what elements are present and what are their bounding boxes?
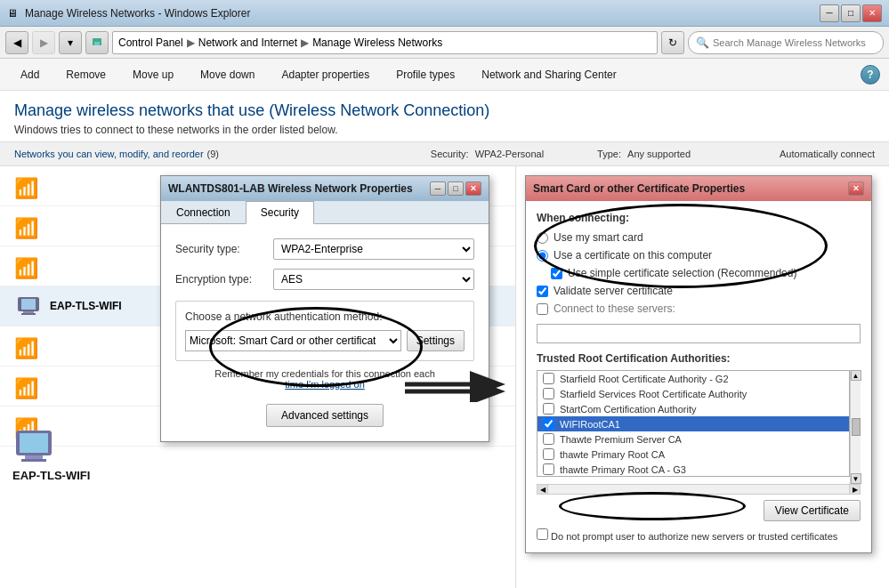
svg-rect-14: [25, 455, 43, 459]
wifi-icon: 📶: [14, 172, 43, 200]
encryption-type-label: Encryption type:: [175, 273, 273, 286]
horizontal-scrollbar: ◀ ▶: [537, 484, 861, 495]
cert-label-wifi: WIFIRootCA1: [560, 419, 620, 430]
wlan-maximize-button[interactable]: □: [448, 181, 464, 196]
cert-label: Thawte Premium Server CA: [560, 434, 682, 445]
encryption-type-row: Encryption type: AES: [175, 269, 474, 290]
cert-checkbox[interactable]: [543, 403, 554, 415]
wlan-minimize-button[interactable]: ─: [430, 181, 446, 196]
add-button[interactable]: Add: [9, 64, 51, 85]
smart-card-dialog: Smart Card or other Certificate Properti…: [525, 175, 872, 553]
cert-item[interactable]: thawte Primary Root CA - G3: [537, 462, 849, 477]
cert-list-wrapper: Starfield Root Certificate Authority - G…: [537, 370, 861, 484]
svg-text:📶: 📶: [14, 336, 39, 360]
cert-checkbox[interactable]: [543, 433, 554, 445]
svg-text:📶: 📶: [14, 256, 39, 280]
scroll-left-button[interactable]: ◀: [537, 485, 548, 494]
cert-checkbox[interactable]: [543, 448, 554, 460]
close-window-button[interactable]: ✕: [862, 4, 882, 22]
location-icon[interactable]: [85, 31, 109, 54]
computer-icon: [12, 429, 55, 464]
advanced-settings-button[interactable]: Advanced settings: [266, 404, 384, 427]
svg-rect-6: [21, 299, 36, 310]
tab-security[interactable]: Security: [246, 201, 314, 224]
col-auto-header: Automatically connect: [780, 149, 875, 159]
security-type-select[interactable]: WPA2-Enterprise: [273, 238, 474, 260]
view-certificate-button[interactable]: View Certificate: [764, 500, 861, 521]
network-count: (9): [207, 149, 219, 159]
when-connecting-label: When connecting:: [537, 212, 861, 224]
validate-cert-checkbox[interactable]: [537, 286, 548, 297]
auth-settings-button[interactable]: Settings: [407, 330, 465, 351]
server-name-input[interactable]: [537, 324, 861, 343]
scroll-right-button[interactable]: ▶: [849, 485, 860, 494]
path-network-internet: Network and Internet: [198, 36, 297, 49]
trusted-authorities-label: Trusted Root Certification Authorities:: [537, 352, 861, 365]
cert-checkbox[interactable]: [543, 388, 554, 399]
search-box: 🔍: [688, 31, 884, 54]
use-computer-cert-radio[interactable]: [537, 250, 548, 262]
profile-types-button[interactable]: Profile types: [384, 64, 466, 85]
refresh-button[interactable]: ↻: [661, 31, 684, 54]
search-input[interactable]: [713, 37, 876, 48]
smart-close-button[interactable]: ✕: [848, 181, 864, 196]
cert-item[interactable]: thawte Primary Root CA: [537, 447, 849, 462]
use-computer-cert-label: Use a certificate on this computer: [554, 249, 712, 262]
tab-connection[interactable]: Connection: [161, 201, 246, 224]
svg-text:📶: 📶: [14, 216, 39, 240]
title-bar: 🖥 Manage Wireless Networks - Windows Exp…: [0, 0, 889, 27]
eap-computer-image: EAP-TLS-WIFI: [12, 429, 90, 482]
svg-rect-13: [20, 433, 48, 453]
adapter-properties-button[interactable]: Adapter properties: [270, 64, 381, 85]
forward-button[interactable]: ▶: [32, 31, 55, 54]
cert-list: Starfield Root Certificate Authority - G…: [537, 370, 850, 477]
use-smart-card-radio[interactable]: [537, 232, 548, 244]
do-not-prompt-checkbox[interactable]: [537, 528, 548, 540]
smart-close-x[interactable]: ✕: [848, 181, 864, 196]
scroll-thumb[interactable]: [852, 418, 861, 436]
remember-link[interactable]: time I'm logged on: [285, 379, 365, 390]
main-area: 📶 by su 📶 by su 📶 by su EAP-TLS-WIFI: [0, 166, 889, 588]
simple-cert-label: Use simple certificate selection (Recomm…: [568, 267, 796, 279]
scroll-down-button[interactable]: ▼: [851, 473, 861, 484]
auth-section: Choose a network authentication method: …: [175, 301, 474, 361]
use-smart-card-row: Use my smart card: [537, 231, 861, 244]
cert-item-selected[interactable]: WIFIRootCA1: [537, 416, 849, 431]
search-icon: 🔍: [696, 36, 709, 49]
cert-label: thawte Primary Root CA - G3: [560, 464, 686, 475]
auth-method-select[interactable]: Microsoft: Smart Card or other certifica…: [185, 330, 401, 351]
page-subtitle: Windows tries to connect to these networ…: [14, 124, 875, 136]
wifi-icon: 📶: [14, 252, 43, 280]
wifi-icon: [14, 292, 43, 320]
cert-label: StartCom Certification Authority: [560, 404, 696, 415]
simple-cert-checkbox[interactable]: [551, 268, 562, 279]
address-path[interactable]: Control Panel ▶ Network and Internet ▶ M…: [112, 31, 658, 54]
page-header: Manage wireless networks that use (Wirel…: [0, 91, 889, 141]
path-sep-2: ▶: [301, 36, 309, 49]
cert-item[interactable]: StartCom Certification Authority: [537, 401, 849, 416]
path-control-panel: Control Panel: [118, 36, 183, 49]
back-button[interactable]: ◀: [5, 31, 28, 54]
maximize-button[interactable]: □: [841, 4, 861, 22]
minimize-button[interactable]: ─: [820, 4, 839, 22]
help-button[interactable]: ?: [861, 65, 880, 85]
window-icon: 🖥: [7, 7, 18, 20]
network-sharing-center-button[interactable]: Network and Sharing Center: [470, 64, 627, 85]
encryption-type-select[interactable]: AES: [273, 269, 474, 290]
remove-button[interactable]: Remove: [54, 64, 117, 85]
cert-item[interactable]: Starfield Services Root Certificate Auth…: [537, 386, 849, 401]
move-down-button[interactable]: Move down: [189, 64, 266, 85]
wlan-close-button[interactable]: ✕: [465, 181, 481, 196]
security-type-row: Security type: WPA2-Enterprise: [175, 238, 474, 260]
validate-cert-label: Validate server certificate: [554, 285, 673, 297]
cert-item[interactable]: Thawte Premium Server CA: [537, 431, 849, 447]
cert-item[interactable]: Starfield Root Certificate Authority - G…: [537, 371, 849, 386]
cert-checkbox[interactable]: [543, 463, 554, 475]
cert-checkbox[interactable]: [543, 373, 554, 384]
move-up-button[interactable]: Move up: [121, 64, 185, 85]
toolbar: Add Remove Move up Move down Adapter pro…: [0, 59, 889, 91]
scroll-up-button[interactable]: ▲: [851, 370, 861, 381]
connect-servers-checkbox[interactable]: [537, 303, 548, 315]
recent-button[interactable]: ▾: [59, 31, 82, 54]
cert-checkbox-wifi[interactable]: [543, 418, 554, 430]
